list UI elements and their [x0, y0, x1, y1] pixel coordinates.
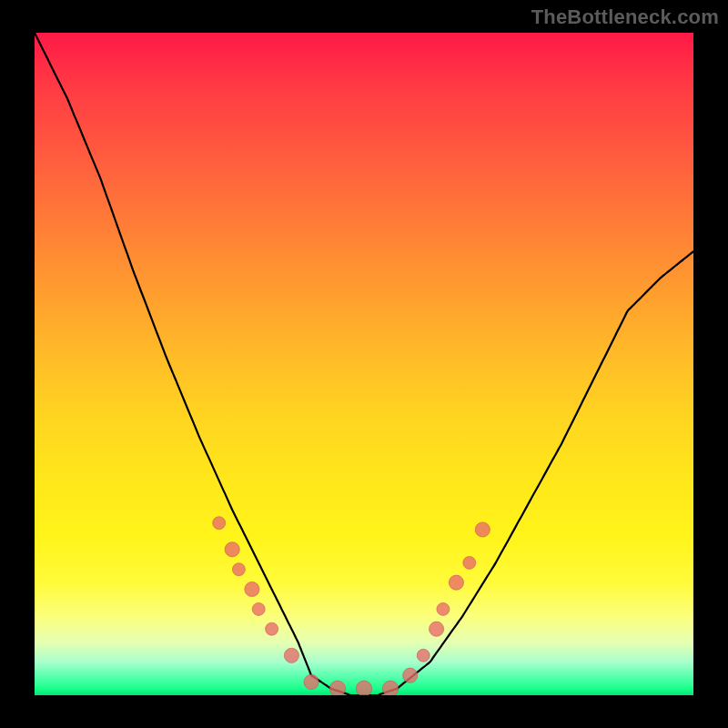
data-marker [245, 581, 259, 596]
plot-area [35, 33, 693, 695]
data-marker [382, 681, 398, 695]
data-marker [463, 556, 476, 569]
data-marker [449, 575, 463, 590]
data-markers [213, 517, 490, 695]
chart-svg [35, 33, 693, 695]
data-marker [417, 649, 430, 662]
data-marker [329, 681, 345, 695]
data-marker [304, 674, 318, 689]
data-marker [437, 602, 450, 615]
chart-frame: TheBottleneck.com [0, 0, 728, 728]
data-marker [213, 517, 226, 530]
watermark-text: TheBottleneck.com [531, 5, 719, 29]
data-marker [475, 522, 490, 537]
data-marker [356, 681, 371, 695]
data-marker [232, 563, 245, 576]
data-marker [284, 648, 298, 662]
data-marker [266, 622, 278, 635]
data-marker [252, 602, 265, 615]
data-marker [403, 668, 418, 682]
data-marker [225, 542, 239, 557]
data-marker [430, 622, 444, 636]
bottleneck-curve [35, 33, 693, 695]
